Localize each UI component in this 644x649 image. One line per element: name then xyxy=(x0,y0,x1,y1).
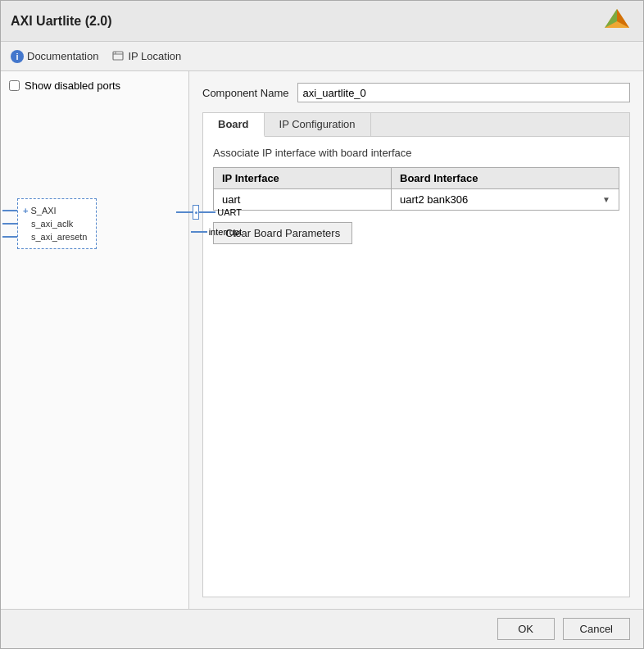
cancel-button[interactable]: Cancel xyxy=(563,618,630,640)
footer: OK Cancel xyxy=(1,609,643,648)
associate-text: Associate IP interface with board interf… xyxy=(213,147,619,159)
ip-block: + S_AXI s_axi_aclk s_axi_aresetn xyxy=(17,198,97,249)
ok-button[interactable]: OK xyxy=(497,618,555,640)
tab-board[interactable]: Board xyxy=(203,113,265,137)
col-ip-interface: IP Interface xyxy=(214,168,392,189)
nav-bar: i Documentation IP Location xyxy=(1,42,643,71)
uart-connector: UART xyxy=(176,205,242,220)
logo-icon xyxy=(601,5,633,38)
interrupt-connector: interrupt xyxy=(191,227,242,237)
wire-aclk xyxy=(2,223,17,225)
table-row: uart uart2 bank306 ▼ xyxy=(214,189,619,211)
info-icon: i xyxy=(11,50,24,63)
content-area: Show disabled ports + S_AXI s_axi_aclk xyxy=(1,71,643,609)
svg-rect-4 xyxy=(113,52,123,60)
left-panel: Show disabled ports + S_AXI s_axi_aclk xyxy=(1,71,189,609)
board-interface-dropdown[interactable]: uart2 bank306 ▼ xyxy=(400,193,610,206)
main-dialog: AXI Uartlite (2.0) i Documentation IP Lo… xyxy=(0,0,644,649)
title-bar: AXI Uartlite (2.0) xyxy=(1,1,643,42)
documentation-nav-item[interactable]: i Documentation xyxy=(11,50,98,63)
show-disabled-ports-label: Show disabled ports xyxy=(25,79,120,92)
ip-location-label: IP Location xyxy=(128,50,181,62)
tabs-container: Board IP Configuration Associate IP inte… xyxy=(202,112,630,597)
board-tab-content: Associate IP interface with board interf… xyxy=(203,137,629,254)
col-board-interface: Board Interface xyxy=(392,168,619,189)
wire-aresetn xyxy=(2,236,17,238)
ip-diagram: + S_AXI s_axi_aclk s_axi_aresetn xyxy=(17,198,180,249)
tabs-header: Board IP Configuration xyxy=(203,113,629,137)
show-disabled-ports-checkbox[interactable] xyxy=(9,80,20,91)
port-s-axi: S_AXI xyxy=(30,206,56,216)
show-ports-row: Show disabled ports xyxy=(9,79,180,92)
component-name-label: Component Name xyxy=(202,87,289,99)
tab-ip-configuration[interactable]: IP Configuration xyxy=(265,113,371,136)
interrupt-label: interrupt xyxy=(209,227,242,237)
documentation-label: Documentation xyxy=(27,50,98,62)
component-name-row: Component Name xyxy=(202,83,630,102)
board-interface-cell[interactable]: uart2 bank306 ▼ xyxy=(392,189,619,211)
wire-s-axi xyxy=(2,210,17,211)
location-icon xyxy=(111,50,125,63)
interface-table: IP Interface Board Interface uart uart2 … xyxy=(213,167,619,211)
dialog-title: AXI Uartlite (2.0) xyxy=(11,14,112,29)
component-name-input[interactable] xyxy=(297,83,631,102)
dropdown-arrow-icon: ▼ xyxy=(602,195,610,204)
port-s-axi-aclk: s_axi_aclk xyxy=(31,219,73,229)
uart-label: UART xyxy=(217,207,242,217)
ip-location-nav-item[interactable]: IP Location xyxy=(111,50,181,63)
right-panel: Component Name Board IP Configuration As… xyxy=(189,71,643,609)
port-s-axi-aresetn: s_axi_aresetn xyxy=(31,232,88,242)
board-interface-value: uart2 bank306 xyxy=(400,193,468,206)
